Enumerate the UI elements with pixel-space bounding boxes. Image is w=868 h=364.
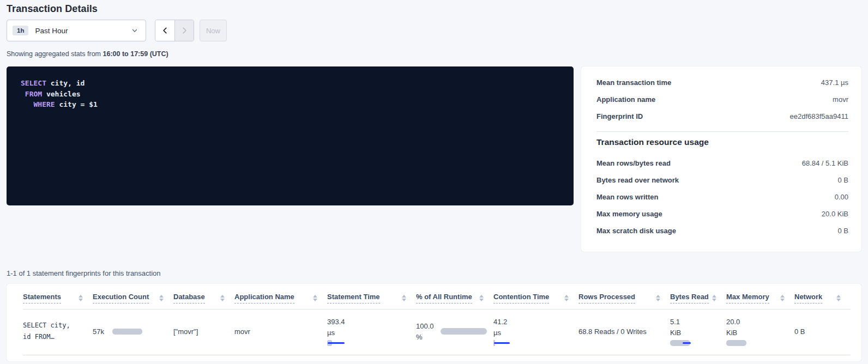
main-content-row: SELECT city, id FROM vehicles WHERE city… xyxy=(7,66,861,252)
now-button[interactable]: Now xyxy=(200,20,227,41)
cell-bytes-read: 5.1 KiB xyxy=(670,309,726,355)
statement-fingerprint-link[interactable]: SELECT city,id FROM… xyxy=(23,320,70,343)
column-header-runtime-pct[interactable]: % of All Runtime xyxy=(416,284,493,309)
cell-statement-time: 393.4 µs xyxy=(327,309,416,355)
summary-label: Mean rows written xyxy=(596,193,658,201)
cell-max-memory: 20.0 KiB xyxy=(726,309,794,355)
summary-row-mean-rows-written: Mean rows written 0.00 xyxy=(596,189,848,205)
sort-icon[interactable] xyxy=(159,295,164,301)
summary-value: movr xyxy=(833,95,848,104)
sort-icon[interactable] xyxy=(836,295,841,301)
summary-label: Max memory usage xyxy=(596,210,662,218)
summary-label: Mean transaction time xyxy=(596,78,671,87)
column-header-rows-processed[interactable]: Rows Processed xyxy=(578,284,670,309)
column-header-max-memory[interactable]: Max Memory xyxy=(726,284,794,309)
summary-value: 437.1 µs xyxy=(821,78,848,87)
summary-label: Mean rows/bytes read xyxy=(596,159,671,167)
summary-row-application-name: Application name movr xyxy=(596,91,848,108)
sql-keyword: WHERE xyxy=(33,100,55,108)
column-header-application-name[interactable]: Application Name xyxy=(234,284,327,309)
sort-icon[interactable] xyxy=(313,295,317,301)
summary-label: Application name xyxy=(596,95,655,104)
summary-value: 0 B xyxy=(837,176,848,184)
statements-table-caption: 1-1 of 1 statement fingerprints for this… xyxy=(7,269,861,278)
sort-icon[interactable] xyxy=(220,295,225,301)
time-range-dropdown[interactable]: 1h Past Hour xyxy=(7,20,146,41)
cell-contention-time: 41.2 µs xyxy=(493,309,578,355)
summary-label: Max scratch disk usage xyxy=(596,227,676,235)
chevron-left-icon xyxy=(161,27,169,34)
summary-row-fingerprint-id: Fingerprint ID ee2df683f5aa9411 xyxy=(596,108,848,125)
sql-line: SELECT city, id xyxy=(21,78,559,89)
column-header-statement-time[interactable]: Statement Time xyxy=(327,284,416,309)
cell-database: ["movr"] xyxy=(173,309,234,355)
summary-row-max-scratch-disk-usage: Max scratch disk usage 0 B xyxy=(596,222,848,239)
sort-icon[interactable] xyxy=(479,295,484,301)
cell-execution-count: 57k xyxy=(93,309,173,355)
summary-label: Bytes read over network xyxy=(596,176,679,184)
column-header-contention-time[interactable]: Contention Time xyxy=(493,284,578,309)
runtime-pct-value: 100.0 xyxy=(416,321,434,331)
bytes-read-value: 5.1 xyxy=(670,317,726,326)
column-header-bytes-read[interactable]: Bytes Read xyxy=(670,284,726,309)
summary-value: 20.0 KiB xyxy=(822,210,848,218)
stats-line-range: 16:00 to 17:59 (UTC) xyxy=(103,50,168,58)
cell-rows-processed: 68.8 Reads / 0 Writes xyxy=(578,309,670,355)
cell-runtime-pct: 100.0 % xyxy=(416,309,493,355)
contention-time-unit: µs xyxy=(493,328,578,337)
execution-count-value: 57k xyxy=(93,327,104,336)
cell-network: 0 B xyxy=(794,309,851,355)
sort-icon[interactable] xyxy=(712,295,716,301)
sort-icon[interactable] xyxy=(402,295,406,301)
summary-row-mean-transaction-time: Mean transaction time 437.1 µs xyxy=(596,74,848,91)
cell-application-name: movr xyxy=(234,309,327,355)
aggregated-stats-line: Showing aggregated stats from 16:00 to 1… xyxy=(7,50,861,58)
sort-icon[interactable] xyxy=(564,295,569,301)
max-memory-unit: KiB xyxy=(726,328,794,337)
column-header-database[interactable]: Database xyxy=(173,284,234,309)
contention-time-value: 41.2 xyxy=(493,317,578,326)
cell-statement: SELECT city,id FROM… xyxy=(23,309,93,355)
next-time-button[interactable] xyxy=(174,20,194,41)
statements-table-card: Statements Execution Count Database Appl… xyxy=(7,284,861,361)
transaction-details-page: Transaction Details 1h Past Hour Now Sho xyxy=(0,0,868,361)
summary-value: 0.00 xyxy=(835,193,848,201)
column-header-statements[interactable]: Statements xyxy=(23,284,93,309)
time-controls: 1h Past Hour Now xyxy=(7,20,861,41)
chevron-down-icon xyxy=(131,27,138,34)
max-memory-bar xyxy=(726,340,746,346)
table-header-row: Statements Execution Count Database Appl… xyxy=(23,284,851,309)
sql-keyword: SELECT xyxy=(21,79,46,87)
transaction-summary-card: Mean transaction time 437.1 µs Applicati… xyxy=(581,66,861,252)
bytes-read-bar xyxy=(670,340,690,346)
stats-line-prefix: Showing aggregated stats from xyxy=(7,50,103,58)
runtime-pct-unit: % xyxy=(416,332,434,342)
summary-label: Fingerprint ID xyxy=(596,112,643,120)
sql-fingerprint-box: SELECT city, id FROM vehicles WHERE city… xyxy=(7,66,574,205)
time-step-buttons xyxy=(155,20,194,41)
statement-time-value: 393.4 xyxy=(327,317,416,326)
sort-icon[interactable] xyxy=(656,295,660,301)
statement-time-unit: µs xyxy=(327,328,416,337)
sql-keyword: FROM xyxy=(25,90,42,98)
time-interval-badge: 1h xyxy=(13,26,28,35)
runtime-pct-bar xyxy=(441,328,487,335)
table-row: SELECT city,id FROM… 57k ["movr"] movr 3… xyxy=(23,309,851,355)
time-interval-label: Past Hour xyxy=(35,27,68,35)
sort-icon[interactable] xyxy=(780,295,785,301)
summary-row-mean-rows-bytes-read: Mean rows/bytes read 68.84 / 5.1 KiB xyxy=(596,155,848,172)
max-memory-value: 20.0 xyxy=(726,317,794,326)
summary-row-max-memory-usage: Max memory usage 20.0 KiB xyxy=(596,205,848,222)
statement-time-bar xyxy=(327,340,349,346)
summary-value: 0 B xyxy=(837,227,848,235)
summary-divider xyxy=(596,131,848,132)
column-header-network[interactable]: Network xyxy=(794,284,851,309)
sort-icon[interactable] xyxy=(79,295,83,301)
summary-value: ee2df683f5aa9411 xyxy=(790,112,848,120)
sql-line: WHERE city = $1 xyxy=(21,99,559,110)
chevron-right-icon xyxy=(180,27,188,34)
previous-time-button[interactable] xyxy=(155,20,174,41)
summary-row-bytes-read-over-network: Bytes read over network 0 B xyxy=(596,172,848,189)
resource-usage-section-title: Transaction resource usage xyxy=(596,137,848,147)
column-header-execution-count[interactable]: Execution Count xyxy=(93,284,173,309)
